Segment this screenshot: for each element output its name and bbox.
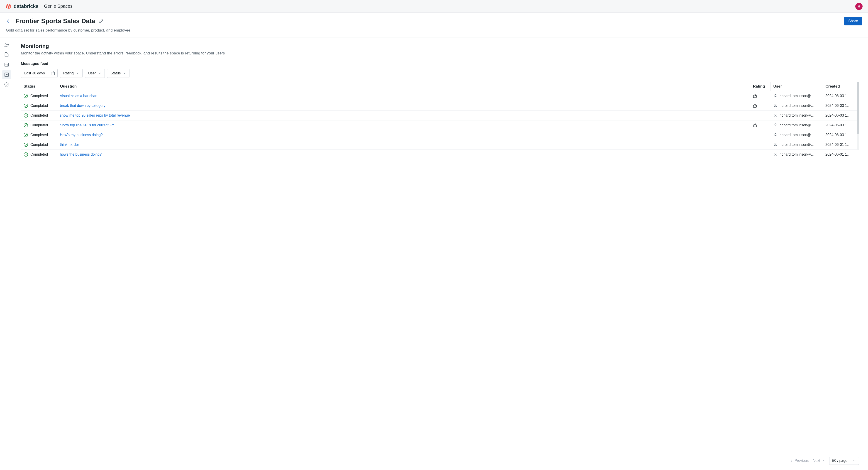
thumbs-up-icon [753,123,757,127]
table-row[interactable]: CompletedVisualize as a bar chartrichard… [21,91,859,101]
created-text: 2024-06-03 1… [823,130,859,140]
question-link[interactable]: hows the business doing? [60,152,101,156]
brand-logo[interactable]: databricks [5,3,38,9]
next-page-button[interactable]: Next [813,459,825,463]
user-filter[interactable]: User [85,69,105,78]
gear-icon [4,82,9,87]
status-text: Completed [30,143,48,147]
messages-table: Status Question Rating User Created Comp… [21,82,859,159]
thumbs-up-icon [753,94,757,98]
messages-table-wrap: Status Question Rating User Created Comp… [21,82,859,159]
user-icon [773,143,778,147]
svg-point-14 [24,94,28,98]
edit-title-button[interactable] [98,18,104,24]
rating-filter[interactable]: Rating [60,69,83,78]
check-circle-icon [24,94,28,98]
question-link[interactable]: show me top 20 sales reps by total reven… [60,113,130,117]
share-button[interactable]: Share [844,17,862,25]
rail-chat[interactable] [2,40,11,49]
user-text: richard.tomlinson@… [780,113,814,117]
svg-point-23 [775,134,776,135]
question-link[interactable]: break that down by category [60,104,105,108]
rail-settings[interactable] [2,80,11,89]
th-created[interactable]: Created [823,82,859,91]
chevron-down-icon [76,72,79,75]
rating-cell [750,130,771,140]
rating-cell [750,101,771,111]
rating-cell [750,150,771,159]
rating-cell [750,111,771,120]
date-range-filter[interactable]: Last 30 days [21,69,58,78]
svg-point-22 [24,133,28,137]
table-icon [4,62,9,67]
svg-point-19 [775,114,776,115]
chevron-down-icon [98,72,101,75]
pencil-icon [99,19,103,23]
main-content: Monitoring Monitor the activity within y… [13,37,868,469]
table-row[interactable]: CompletedHow's my business doing?richard… [21,130,859,140]
page-description: Gold data set for sales performance by c… [6,28,862,33]
page-title: Frontier Sports Sales Data [16,18,95,25]
feed-label: Messages feed [21,61,859,66]
back-button[interactable] [6,18,12,24]
user-icon [773,123,778,127]
check-circle-icon [24,143,28,147]
status-text: Completed [30,113,48,117]
question-link[interactable]: think harder [60,143,79,147]
page-size-select[interactable]: 50 / page [829,457,859,465]
svg-rect-10 [51,72,55,75]
svg-point-21 [775,124,776,125]
page-header: Frontier Sports Sales Data Share Gold da… [0,13,868,37]
question-link[interactable]: Visualize as a bar chart [60,94,97,98]
status-text: Completed [30,94,48,98]
rating-filter-label: Rating [63,71,74,75]
next-label: Next [813,459,820,463]
svg-point-26 [24,153,28,156]
th-user[interactable]: User [771,82,823,91]
check-circle-icon [24,123,28,127]
svg-rect-4 [4,63,8,66]
prev-label: Previous [795,459,809,463]
table-row[interactable]: Completedshow me top 20 sales reps by to… [21,111,859,120]
line-chart-icon [4,72,9,77]
chevron-right-icon [822,459,825,463]
rail-document[interactable] [2,50,11,59]
user-avatar[interactable]: R [855,3,863,10]
rating-cell [750,120,771,130]
rating-cell [750,91,771,101]
th-rating[interactable]: Rating [750,82,771,91]
scrollbar-thumb[interactable] [857,82,859,134]
status-filter[interactable]: Status [107,69,129,78]
status-filter-label: Status [111,71,121,75]
status-text: Completed [30,123,48,127]
prev-page-button[interactable]: Previous [789,459,809,463]
vertical-scrollbar[interactable] [857,82,859,150]
th-question[interactable]: Question [57,82,750,91]
table-row[interactable]: Completedbreak that down by categoryrich… [21,101,859,111]
question-link[interactable]: How's my business doing? [60,133,103,137]
table-row[interactable]: CompletedShow top line KPI's for current… [21,120,859,130]
rail-table[interactable] [2,60,11,69]
th-status[interactable]: Status [21,82,57,91]
topbar-section-title[interactable]: Genie Spaces [44,4,72,9]
user-text: richard.tomlinson@… [780,94,814,98]
chevron-down-icon [853,459,856,462]
question-link[interactable]: Show top line KPI's for current FY [60,123,114,127]
svg-point-17 [775,104,776,106]
calendar-button[interactable] [48,71,57,76]
side-rail [0,37,13,469]
arrow-left-icon [7,19,11,24]
user-icon [773,133,778,137]
svg-point-24 [24,143,28,147]
table-row[interactable]: Completedthink harderrichard.tomlinson@…… [21,140,859,150]
check-circle-icon [24,152,28,157]
user-text: richard.tomlinson@… [780,152,814,156]
svg-point-20 [24,123,28,127]
section-description: Monitor the activity within your space. … [21,51,859,56]
rail-monitoring[interactable] [2,70,11,79]
svg-point-15 [775,94,776,96]
created-text: 2024-06-03 1… [823,111,859,120]
table-row[interactable]: Completedhows the business doing?richard… [21,150,859,159]
user-text: richard.tomlinson@… [780,123,814,127]
chevron-left-icon [789,459,793,463]
